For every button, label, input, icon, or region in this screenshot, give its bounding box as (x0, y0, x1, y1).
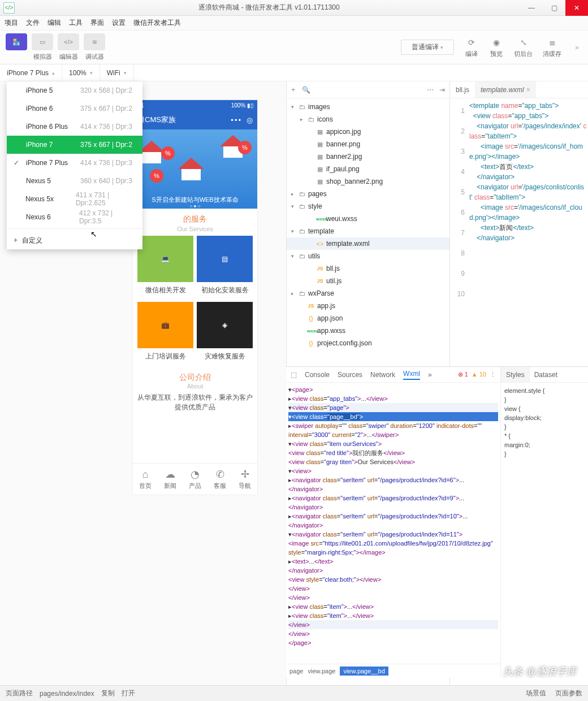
editor-tab[interactable]: bll.js (450, 81, 475, 98)
service-item[interactable]: ▤初始化安装服务 (197, 236, 253, 298)
devtools-tab[interactable]: Sources (338, 371, 362, 379)
banner-caption: S开启全新建站与WEB技术革命 (133, 196, 257, 204)
debugger-button[interactable]: ≋调试器 (84, 33, 105, 61)
error-badge[interactable]: ⊗ 1 (458, 371, 468, 378)
home-button[interactable]: 🏪 (6, 33, 27, 61)
device-option[interactable]: iPhone 6 Plus414 x 736 | Dpr:3 (7, 118, 142, 136)
menu-project[interactable]: 项目 (5, 18, 18, 28)
close-icon[interactable]: × (526, 86, 530, 94)
inspector-icon[interactable]: ⬚ (291, 371, 297, 379)
open-link[interactable]: 打开 (122, 689, 135, 698)
device-option[interactable]: iPhone 5320 x 568 | Dpr:2 (7, 81, 142, 99)
tab-service[interactable]: ✆客服 (207, 464, 232, 495)
tree-file[interactable]: {}app.json (287, 312, 449, 324)
maximize-button[interactable]: ▢ (543, 0, 565, 16)
phone-banner[interactable]: % % % S开启全新建站与WEB技术革命 ○ ● ○ (133, 129, 257, 209)
dataset-tab[interactable]: Dataset (530, 367, 562, 382)
editor-tabs: bll.js template.wxml× (450, 81, 588, 98)
tree-file[interactable]: {}project.config.json (287, 337, 449, 349)
tree-folder[interactable]: ▾🗀style (287, 200, 449, 213)
device-option[interactable]: iPhone 6375 x 667 | Dpr:2 (7, 99, 142, 118)
tree-file[interactable]: JSutil.js (287, 275, 449, 287)
devtools-tab[interactable]: Network (370, 371, 395, 379)
tab-news[interactable]: ☁新闻 (158, 464, 183, 495)
tree-file[interactable]: ▦if_paul.png (287, 163, 449, 175)
breadcrumb-item[interactable]: view.page (308, 668, 335, 674)
tree-file[interactable]: ▦appicon.jpg (287, 126, 449, 138)
device-option[interactable]: Nexus 6412 x 732 | Dpr:3.5 (7, 208, 142, 226)
service-item[interactable]: 💼上门培训服务 (137, 302, 193, 365)
tab-home[interactable]: ⌂首页 (133, 464, 158, 495)
simulator-button[interactable]: ▭模拟器 (32, 33, 53, 61)
background-button[interactable]: ⤡切后台 (514, 36, 533, 58)
tree-file[interactable]: JSbll.js (287, 262, 449, 275)
compile-mode-select[interactable]: 普通编译 ▾ (401, 40, 454, 55)
menu-edit[interactable]: 编辑 (47, 18, 61, 28)
devtools-tab[interactable]: Console (305, 371, 330, 379)
tree-folder[interactable]: ▾🗀utils (287, 250, 449, 262)
device-select[interactable]: iPhone 7 Plus▴ (0, 64, 62, 81)
tree-folder[interactable]: ▸🗀wxParse (287, 287, 449, 300)
devtools-menu-icon[interactable]: ⋮ (490, 371, 496, 378)
styles-tab[interactable]: Styles (501, 367, 530, 382)
tree-folder[interactable]: ▾🗀images (287, 101, 449, 113)
search-icon[interactable]: 🔍 (302, 86, 310, 94)
editor-tab[interactable]: template.wxml× (475, 81, 536, 98)
devtools-tab[interactable]: Wxml (403, 370, 420, 380)
more-icon[interactable]: » (428, 371, 432, 379)
tree-file[interactable]: ▦shop_banner2.png (287, 175, 449, 188)
target-icon[interactable]: ◎ (247, 116, 253, 124)
compile-button[interactable]: ⟳编译 (464, 36, 479, 58)
wxml-tree[interactable]: ▾<page> ▸<view class="app_tabs">...</vie… (286, 383, 500, 664)
tree-file[interactable]: wxssapp.wxss (287, 324, 449, 337)
device-option[interactable]: Nexus 5x411 x 731 | Dpr:2.625 (7, 190, 142, 208)
json-icon: {} (307, 315, 315, 322)
minimize-button[interactable]: — (520, 0, 543, 16)
tree-file[interactable]: JSapp.js (287, 300, 449, 312)
copy-link[interactable]: 复制 (101, 689, 115, 698)
close-button[interactable]: ✕ (565, 0, 588, 16)
more-icon[interactable]: » (572, 44, 582, 51)
device-option[interactable]: Nexus 5360 x 640 | Dpr:3 (7, 172, 142, 190)
menu-interface[interactable]: 界面 (90, 18, 104, 28)
tree-file[interactable]: wxssweui.wxss (287, 213, 449, 225)
tree-file[interactable]: ▦banner.png (287, 138, 449, 150)
more-icon[interactable]: ••• (231, 116, 242, 124)
page-path: pages/index/index (40, 690, 94, 698)
styles-content[interactable]: element.style { } view { display:block; … (501, 383, 588, 462)
network-select[interactable]: WiFi▾ (100, 64, 134, 81)
more-icon[interactable]: ⋯ (427, 86, 434, 94)
service-item[interactable]: 💻微信相关开发 (137, 236, 193, 298)
editor-button[interactable]: </>编辑器 (58, 33, 79, 61)
scene-value[interactable]: 场景值 (526, 689, 546, 698)
menu-file[interactable]: 文件 (26, 18, 40, 28)
device-option[interactable]: iPhone 7375 x 667 | Dpr:2 (7, 136, 142, 154)
menu-tools[interactable]: 工具 (69, 18, 83, 28)
breadcrumb-item[interactable]: page (289, 668, 303, 674)
device-custom[interactable]: +自定义 (7, 231, 142, 249)
add-icon[interactable]: + (291, 86, 295, 94)
warning-badge[interactable]: ▲ 10 (472, 371, 486, 378)
tree-folder[interactable]: ▸🗀icons (287, 113, 449, 126)
tab-nav[interactable]: ✢导航 (232, 464, 257, 495)
collapse-icon[interactable]: ⇥ (439, 86, 445, 94)
page-params[interactable]: 页面参数 (555, 689, 582, 698)
cloud-icon: ☁ (165, 468, 175, 481)
menu-settings[interactable]: 设置 (112, 18, 126, 28)
tree-file[interactable]: ▦banner2.jpg (287, 150, 449, 163)
devtools-panel: ⬚ Console Sources Network Wxml » ⊗ 1▲ 10… (286, 366, 588, 677)
device-option[interactable]: ✓iPhone 7 Plus414 x 736 | Dpr:3 (7, 154, 142, 172)
service-item[interactable]: ◈灾难恢复服务 (197, 302, 253, 365)
phone-icon: ▭ (32, 33, 53, 50)
clear-cache-button[interactable]: ≣清缓存 (543, 36, 561, 58)
menubar: 项目 文件 编辑 工具 界面 设置 微信开发者工具 (0, 16, 588, 31)
menu-wxdevtools[interactable]: 微信开发者工具 (133, 18, 181, 28)
breadcrumb-item[interactable]: view.page__bd (340, 667, 388, 676)
about-text: 从华夏互联，到逐浪软件，秉承为客户提供优质产品 (133, 390, 257, 416)
tab-products[interactable]: ◔产品 (183, 464, 207, 495)
tree-folder[interactable]: ▸🗀pages (287, 188, 449, 200)
preview-button[interactable]: ◉预览 (489, 36, 504, 58)
tree-file[interactable]: <>template.wxml (287, 237, 449, 250)
zoom-select[interactable]: 100%▾ (62, 64, 100, 81)
tree-folder[interactable]: ▾🗀template (287, 225, 449, 237)
